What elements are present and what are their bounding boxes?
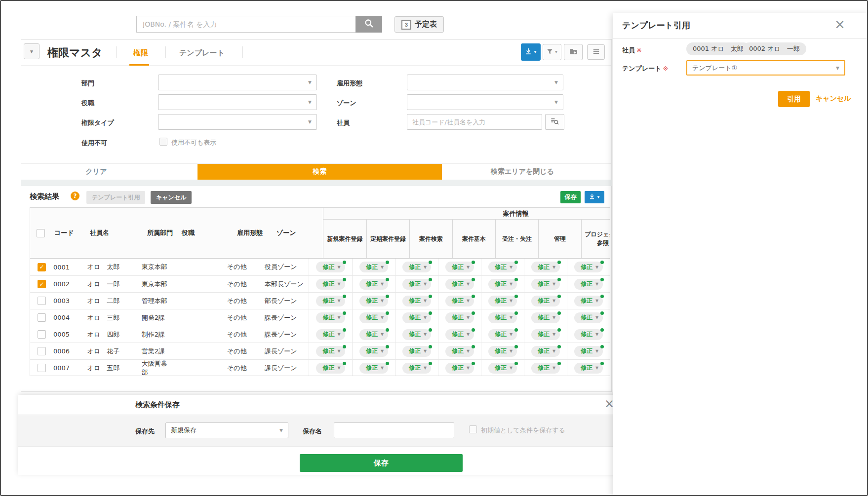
template-quote-button[interactable]: テンプレート引用 bbox=[86, 191, 145, 204]
filter-button[interactable]: ▼ bbox=[543, 44, 561, 60]
permission-dropdown[interactable]: 修正 ▼ bbox=[402, 312, 431, 323]
permission-type-select[interactable]: ▼ bbox=[158, 114, 317, 130]
permission-cells: 修正 ▼ 修正 ▼ 修正 ▼ 修正 ▼ 修正 ▼ 修正 ▼ bbox=[309, 259, 610, 275]
permission-dropdown[interactable]: 修正 ▼ bbox=[488, 329, 517, 340]
permission-dropdown[interactable]: 修正 ▼ bbox=[488, 262, 517, 272]
permission-dropdown[interactable]: 修正 ▼ bbox=[359, 296, 388, 306]
table-row: ✓ 0001 オロ 太郎 東京本部 その他 役員ゾーン 修正 ▼ 修正 ▼ 修正… bbox=[30, 259, 610, 275]
help-icon[interactable]: ? bbox=[71, 191, 79, 200]
permission-status-dot bbox=[386, 295, 389, 298]
employment-select[interactable]: ▼ bbox=[407, 75, 563, 90]
permission-dropdown[interactable]: 修正 ▼ bbox=[359, 262, 388, 272]
modal-save-button[interactable]: 保存 bbox=[300, 454, 463, 472]
permission-dropdown[interactable]: 修正 ▼ bbox=[359, 363, 388, 374]
permission-dropdown[interactable]: 修正 ▼ bbox=[445, 296, 474, 306]
row-checkbox[interactable] bbox=[38, 313, 46, 322]
permission-dropdown[interactable]: 修正 ▼ bbox=[445, 346, 474, 357]
results-download-button[interactable]: ▼ bbox=[585, 191, 604, 203]
select-all-checkbox[interactable] bbox=[37, 229, 45, 237]
permission-dropdown[interactable]: 修正 ▼ bbox=[574, 363, 603, 374]
employee-search-input[interactable] bbox=[407, 114, 542, 130]
save-as-default-checkbox[interactable] bbox=[469, 425, 477, 433]
row-checkbox[interactable] bbox=[38, 364, 46, 372]
permission-cell: 修正 ▼ bbox=[524, 259, 567, 275]
permission-dropdown[interactable]: 修正 ▼ bbox=[316, 312, 345, 323]
permission-dropdown[interactable]: 修正 ▼ bbox=[531, 312, 560, 323]
job-search-input[interactable] bbox=[136, 16, 355, 33]
permission-dropdown[interactable]: 修正 ▼ bbox=[488, 312, 517, 323]
permission-dropdown[interactable]: 修正 ▼ bbox=[488, 279, 517, 290]
save-name-input[interactable] bbox=[334, 422, 454, 438]
close-icon[interactable]: × bbox=[834, 17, 845, 32]
permission-dropdown[interactable]: 修正 ▼ bbox=[445, 262, 474, 272]
permission-dropdown[interactable]: 修正 ▼ bbox=[316, 279, 345, 290]
menu-button[interactable] bbox=[587, 44, 605, 60]
permission-dropdown[interactable]: 修正 ▼ bbox=[445, 279, 474, 290]
permission-dropdown[interactable]: 修正 ▼ bbox=[402, 329, 431, 340]
download-button[interactable]: ▼ bbox=[521, 43, 541, 61]
permission-dropdown[interactable]: 修正 ▼ bbox=[359, 346, 388, 357]
cell-employee-name: オロ 太郎 bbox=[84, 259, 139, 275]
permission-dropdown[interactable]: 修正 ▼ bbox=[402, 262, 431, 272]
row-checkbox[interactable] bbox=[38, 297, 46, 305]
permission-dropdown[interactable]: 修正 ▼ bbox=[316, 329, 345, 340]
add-folder-button[interactable] bbox=[564, 44, 583, 60]
role-select[interactable]: ▼ bbox=[158, 94, 317, 110]
permission-dropdown[interactable]: 修正 ▼ bbox=[574, 329, 603, 340]
row-checkbox[interactable]: ✓ bbox=[38, 263, 46, 271]
cell-employment: その他 bbox=[224, 293, 262, 309]
permission-dropdown[interactable]: 修正 ▼ bbox=[359, 279, 388, 290]
panel-cancel-button[interactable]: キャンセル bbox=[816, 94, 851, 103]
permission-dropdown[interactable]: 修正 ▼ bbox=[402, 346, 431, 357]
permission-dropdown[interactable]: 修正 ▼ bbox=[488, 363, 517, 374]
clear-button[interactable]: クリア bbox=[80, 167, 112, 176]
permission-dropdown[interactable]: 修正 ▼ bbox=[531, 262, 560, 272]
permission-dropdown[interactable]: 修正 ▼ bbox=[488, 296, 517, 306]
apply-button[interactable]: 引用 bbox=[778, 91, 810, 107]
permission-dropdown[interactable]: 修正 ▼ bbox=[531, 279, 560, 290]
permission-dropdown[interactable]: 修正 ▼ bbox=[359, 329, 388, 340]
template-select[interactable]: テンプレート① ▼ bbox=[686, 60, 845, 76]
permission-dropdown[interactable]: 修正 ▼ bbox=[445, 312, 474, 323]
zone-select[interactable]: ▼ bbox=[407, 94, 563, 110]
chevron-down-icon: ▼ bbox=[510, 332, 513, 337]
permission-dropdown[interactable]: 修正 ▼ bbox=[316, 262, 345, 272]
permission-dropdown[interactable]: 修正 ▼ bbox=[359, 312, 388, 323]
save-destination-select[interactable]: 新規保存 ▼ bbox=[165, 422, 288, 438]
tab-permission[interactable]: 権限 bbox=[133, 48, 148, 58]
dept-select[interactable]: ▼ bbox=[158, 75, 317, 90]
permission-dropdown[interactable]: 修正 ▼ bbox=[316, 346, 345, 357]
permission-dropdown[interactable]: 修正 ▼ bbox=[531, 363, 560, 374]
tab-template[interactable]: テンプレート bbox=[179, 48, 225, 58]
row-checkbox[interactable] bbox=[38, 347, 46, 355]
permission-dropdown[interactable]: 修正 ▼ bbox=[574, 262, 603, 272]
template-select-value: テンプレート① bbox=[692, 64, 737, 73]
permission-dropdown[interactable]: 修正 ▼ bbox=[488, 346, 517, 357]
permission-dropdown[interactable]: 修正 ▼ bbox=[531, 346, 560, 357]
results-save-button[interactable]: 保存 bbox=[560, 191, 581, 203]
row-checkbox[interactable] bbox=[38, 330, 46, 339]
permission-dropdown[interactable]: 修正 ▼ bbox=[445, 363, 474, 374]
permission-dropdown[interactable]: 修正 ▼ bbox=[531, 296, 560, 306]
permission-dropdown[interactable]: 修正 ▼ bbox=[574, 296, 603, 306]
permission-cell: 修正 ▼ bbox=[481, 360, 524, 376]
permission-dropdown[interactable]: 修正 ▼ bbox=[531, 329, 560, 340]
show-disabled-checkbox[interactable] bbox=[159, 138, 167, 146]
permission-dropdown[interactable]: 修正 ▼ bbox=[574, 312, 603, 323]
employee-lookup-button[interactable] bbox=[545, 114, 564, 130]
search-button[interactable] bbox=[355, 16, 382, 33]
permission-dropdown[interactable]: 修正 ▼ bbox=[316, 296, 345, 306]
permission-dropdown[interactable]: 修正 ▼ bbox=[574, 279, 603, 290]
close-search-area-button[interactable]: 検索エリアを閉じる bbox=[483, 167, 562, 176]
search-submit-button[interactable]: 検索 bbox=[197, 164, 442, 180]
permission-dropdown[interactable]: 修正 ▼ bbox=[574, 346, 603, 357]
permission-dropdown[interactable]: 修正 ▼ bbox=[445, 329, 474, 340]
module-menu-button[interactable]: ▼ bbox=[24, 43, 39, 59]
schedule-button[interactable]: 3 予定表 bbox=[395, 16, 444, 33]
row-checkbox[interactable]: ✓ bbox=[38, 280, 46, 288]
results-cancel-button[interactable]: キャンセル bbox=[151, 191, 192, 204]
permission-dropdown[interactable]: 修正 ▼ bbox=[402, 296, 431, 306]
permission-dropdown[interactable]: 修正 ▼ bbox=[402, 363, 431, 374]
permission-dropdown[interactable]: 修正 ▼ bbox=[316, 363, 345, 374]
permission-dropdown[interactable]: 修正 ▼ bbox=[402, 279, 431, 290]
